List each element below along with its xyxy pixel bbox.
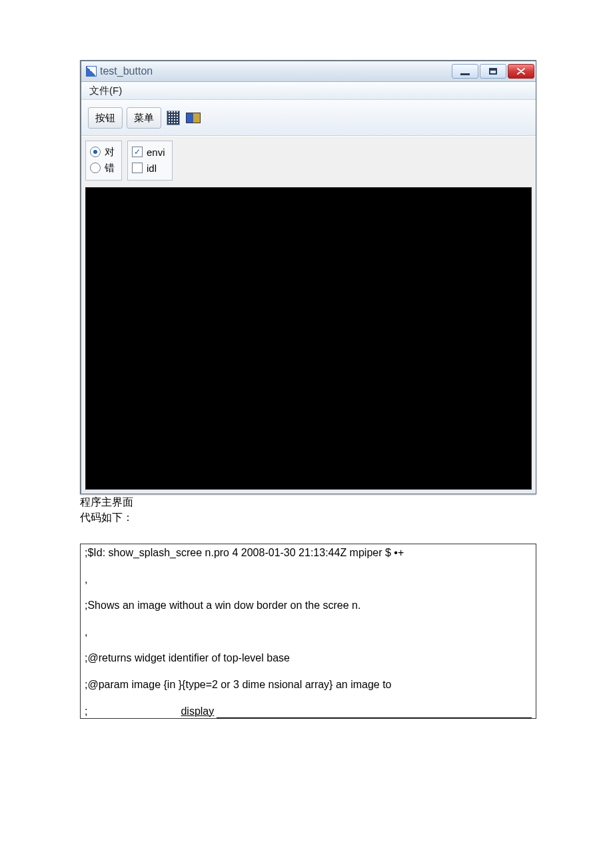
radio-icon — [90, 163, 101, 173]
toolbar-button-button[interactable]: 按钮 — [88, 107, 123, 129]
code-line: ;$Id: show_splash_scree n.pro 4 2008-01-… — [85, 546, 532, 560]
radio-group: 对 错 — [85, 141, 122, 181]
color-swatch-icon — [186, 113, 201, 123]
minimize-icon — [460, 73, 470, 75]
menubar: 文件(F) — [81, 82, 536, 100]
code-line: , — [85, 625, 532, 640]
caption-code: 代码如下： — [80, 511, 536, 525]
toolbar-button-menu[interactable]: 菜单 — [127, 107, 161, 129]
maximize-button[interactable] — [480, 64, 506, 79]
radio-true[interactable]: 对 — [90, 144, 115, 160]
checkbox-icon — [132, 163, 143, 173]
checkbox-group: ✓ envi idl — [127, 141, 173, 181]
code-line-word: display — [87, 704, 214, 719]
menu-file[interactable]: 文件(F) — [85, 83, 126, 99]
check-envi[interactable]: ✓ envi — [132, 144, 165, 160]
caption-main: 程序主界面 — [80, 496, 536, 510]
code-line: ;Shows an image without a win dow border… — [85, 598, 532, 613]
app-window: test_button 文件(F) — [80, 60, 536, 494]
check-envi-label: envi — [147, 147, 165, 158]
close-button[interactable] — [508, 64, 534, 79]
client-area: 对 错 ✓ envi id — [81, 136, 536, 490]
titlebar: test_button — [81, 61, 536, 82]
check-idl-label: idl — [147, 163, 157, 174]
code-line: ;@param image {in }{type=2 or 3 dime nsi… — [85, 677, 532, 692]
radio-true-label: 对 — [105, 146, 115, 159]
code-line: , — [85, 572, 532, 587]
grip-icon — [167, 111, 180, 125]
code-box: ;$Id: show_splash_scree n.pro 4 2008-01-… — [80, 544, 536, 719]
code-line: ;@returns widget identifier of top-level… — [85, 651, 532, 665]
radio-false[interactable]: 错 — [90, 160, 115, 176]
check-idl[interactable]: idl — [132, 160, 165, 176]
code-line: ; display — [85, 704, 532, 719]
toolbar-grip-icon[interactable] — [165, 108, 181, 128]
minimize-button[interactable] — [452, 64, 478, 79]
toolbar: 按钮 菜单 — [81, 100, 536, 136]
radio-false-label: 错 — [105, 162, 115, 175]
radio-icon — [90, 147, 101, 157]
underline-fill — [217, 704, 532, 719]
app-icon — [87, 67, 96, 76]
draw-canvas[interactable] — [85, 187, 532, 490]
toolbar-color-icon[interactable] — [185, 108, 201, 128]
window-title: test_button — [100, 65, 450, 77]
maximize-icon — [489, 68, 497, 75]
close-icon — [517, 68, 525, 75]
checkbox-icon: ✓ — [132, 147, 143, 157]
